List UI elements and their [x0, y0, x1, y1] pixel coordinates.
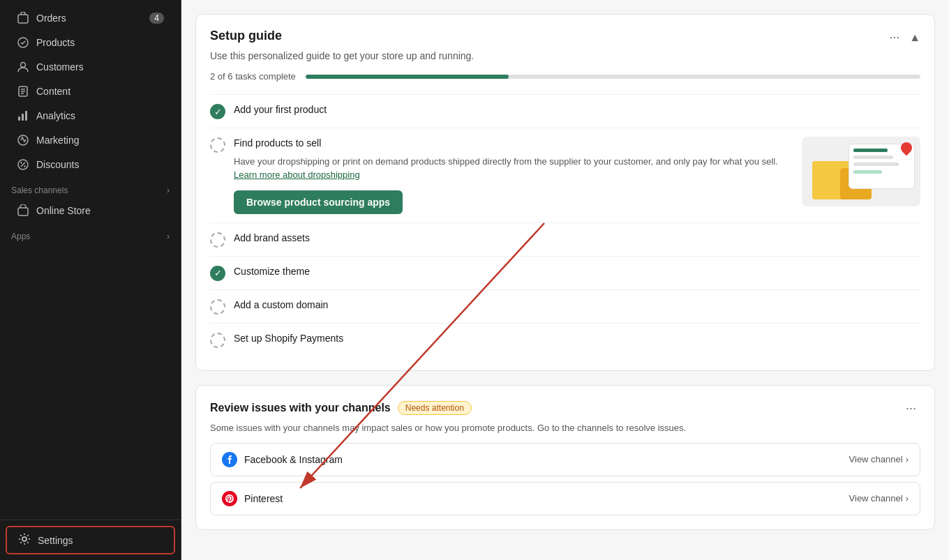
progress-bar-fill: [306, 75, 509, 79]
customers-label: Customers: [36, 61, 84, 73]
svg-rect-8: [22, 114, 24, 121]
task-brand-pending-icon: [210, 232, 225, 248]
pinterest-view-channel-link[interactable]: View channel ›: [849, 493, 909, 504]
marketing-icon: [17, 134, 29, 146]
task-find-products-title: Find products to sell: [234, 137, 791, 151]
setup-guide-card: Setup guide ··· ▲ Use this personalized …: [195, 14, 935, 371]
setup-guide-collapse-button[interactable]: ▲: [909, 31, 920, 44]
task-add-product[interactable]: ✓ Add your first product: [210, 94, 920, 128]
svg-rect-7: [18, 116, 20, 121]
sidebar-item-customers[interactable]: Customers: [6, 55, 175, 79]
channel-facebook[interactable]: Facebook & Instagram View channel ›: [210, 443, 920, 476]
setup-guide-more-button[interactable]: ···: [885, 29, 904, 46]
sidebar-item-analytics[interactable]: Analytics: [6, 104, 175, 128]
task-add-product-content: Add your first product: [234, 103, 920, 117]
review-issues-header: Review issues with your channels Needs a…: [210, 400, 920, 417]
marketing-label: Marketing: [36, 135, 79, 146]
svg-point-14: [24, 165, 25, 167]
analytics-label: Analytics: [36, 110, 75, 121]
svg-point-13: [20, 162, 22, 163]
sidebar-nav: Orders 4 Products Customers: [0, 0, 181, 520]
sidebar-item-discounts[interactable]: Discounts: [6, 153, 175, 176]
settings-item[interactable]: Settings: [6, 526, 175, 554]
task-customize-theme-title: Customize theme: [234, 265, 920, 279]
orders-icon: [17, 12, 29, 24]
svg-point-2: [21, 63, 26, 68]
svg-rect-15: [18, 208, 28, 215]
online-store-icon: [17, 204, 29, 217]
task-payments-pending-icon: [210, 333, 225, 348]
task-domain-pending-icon: [210, 299, 225, 315]
sales-channels-section[interactable]: Sales channels ›: [0, 177, 181, 198]
task-find-products[interactable]: Find products to sell Have your dropship…: [210, 128, 920, 222]
progress-row: 2 of 6 tasks complete: [210, 71, 920, 82]
products-icon: [17, 36, 29, 49]
dropshipping-link[interactable]: Learn more about dropshipping: [234, 169, 360, 180]
task-shopify-payments-title: Set up Shopify Payments: [234, 332, 920, 346]
task-find-products-expanded: Find products to sell Have your dropship…: [234, 137, 920, 214]
sidebar-item-online-store[interactable]: Online Store: [6, 199, 175, 222]
svg-point-10: [18, 135, 28, 145]
apps-section[interactable]: Apps ›: [0, 223, 181, 244]
task-custom-domain-content: Add a custom domain: [234, 298, 920, 312]
pinterest-icon: [222, 491, 237, 506]
task-custom-domain[interactable]: Add a custom domain: [210, 289, 920, 323]
task-add-product-title: Add your first product: [234, 103, 920, 117]
task-completed-icon: ✓: [210, 104, 225, 119]
svg-rect-9: [25, 111, 27, 121]
facebook-channel-name: Facebook & Instagram: [244, 454, 842, 465]
products-label: Products: [36, 37, 75, 48]
task-find-products-content: Find products to sell Have your dropship…: [234, 137, 920, 214]
task-find-products-desc: Have your dropshipping or print on deman…: [234, 155, 791, 182]
review-issues-desc: Some issues with your channels may impac…: [210, 423, 920, 433]
channel-pinterest[interactable]: Pinterest View channel ›: [210, 482, 920, 515]
discounts-icon: [17, 158, 29, 171]
task-brand-assets-title: Add brand assets: [234, 232, 920, 245]
online-store-label: Online Store: [36, 205, 91, 216]
task-pending-icon: [210, 137, 225, 153]
task-theme-completed-icon: ✓: [210, 266, 225, 281]
task-expanded-text: Find products to sell Have your dropship…: [234, 137, 791, 214]
product-sourcing-illustration: [802, 137, 920, 206]
task-brand-assets[interactable]: Add brand assets: [210, 222, 920, 256]
facebook-view-channel-link[interactable]: View channel ›: [849, 454, 909, 464]
orders-label: Orders: [36, 13, 66, 24]
setup-guide-title: Setup guide: [210, 29, 282, 43]
review-issues-more-button[interactable]: ···: [902, 400, 920, 417]
setup-guide-subtitle: Use this personalized guide to get your …: [210, 50, 920, 61]
setup-guide-header: Setup guide ··· ▲: [210, 29, 920, 46]
analytics-icon: [17, 109, 29, 122]
pinterest-channel-name: Pinterest: [244, 493, 842, 504]
sidebar-item-content[interactable]: Content: [6, 80, 175, 103]
progress-bar-bg: [306, 75, 920, 79]
sales-channels-label: Sales channels: [11, 186, 68, 195]
chevron-right-icon: ›: [906, 454, 909, 464]
task-customize-theme[interactable]: ✓ Customize theme: [210, 256, 920, 289]
review-issues-title: Review issues with your channels: [210, 402, 391, 414]
browse-apps-button[interactable]: Browse product sourcing apps: [234, 190, 403, 214]
review-issues-card: Review issues with your channels Needs a…: [195, 385, 935, 530]
task-customize-theme-content: Customize theme: [234, 265, 920, 279]
orders-badge: 4: [149, 13, 164, 24]
progress-label: 2 of 6 tasks complete: [210, 71, 296, 82]
settings-label: Settings: [38, 535, 73, 546]
sidebar-item-products[interactable]: Products: [6, 31, 175, 54]
setup-header-actions: ··· ▲: [885, 29, 920, 46]
task-brand-assets-content: Add brand assets: [234, 232, 920, 245]
task-custom-domain-title: Add a custom domain: [234, 298, 920, 312]
review-title-row: Review issues with your channels Needs a…: [210, 401, 472, 415]
chevron-right-icon-2: ›: [906, 493, 909, 504]
task-shopify-payments-content: Set up Shopify Payments: [234, 332, 920, 346]
content-icon: [17, 85, 29, 98]
svg-point-16: [22, 537, 27, 541]
needs-attention-badge: Needs attention: [398, 401, 472, 415]
sidebar-item-orders[interactable]: Orders 4: [6, 6, 175, 30]
settings-icon: [18, 533, 31, 547]
task-shopify-payments[interactable]: Set up Shopify Payments: [210, 323, 920, 356]
facebook-icon: [222, 452, 237, 467]
sidebar-item-marketing[interactable]: Marketing: [6, 128, 175, 152]
svg-rect-0: [18, 15, 28, 23]
sidebar-bottom: Settings: [0, 520, 181, 560]
sidebar: Orders 4 Products Customers: [0, 0, 181, 560]
apps-chevron: ›: [167, 232, 170, 241]
